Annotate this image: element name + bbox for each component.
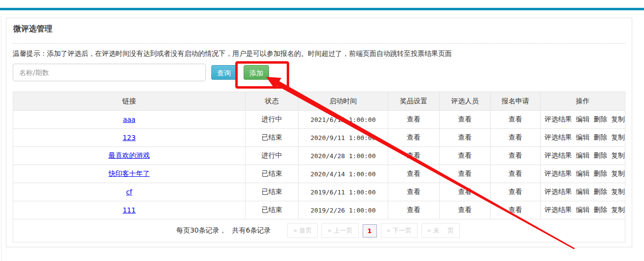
- action-copy-link[interactable]: 复制: [611, 169, 625, 177]
- row-link[interactable]: 123: [123, 134, 136, 142]
- action-copy-link[interactable]: 复制: [611, 133, 625, 141]
- column-header-judges: 评选人员: [440, 92, 491, 111]
- row-status: 已结束: [246, 129, 298, 147]
- action-copy-link[interactable]: 复制: [611, 188, 625, 195]
- view-prizes-link[interactable]: 查看: [407, 133, 421, 141]
- view-applications-link[interactable]: 查看: [509, 188, 522, 195]
- action-result-link[interactable]: 评选结果: [545, 133, 572, 141]
- pagination: 每页30条记录， 共有6条记录 » 首页 » 上一页 1 » 下一页 » 末 页: [15, 223, 623, 238]
- view-applications-link[interactable]: 查看: [509, 133, 522, 141]
- page-title: 微评选管理: [13, 24, 52, 34]
- row-status: 进行中: [246, 111, 298, 129]
- row-status: 已结束: [246, 201, 298, 219]
- view-prizes-link[interactable]: 查看: [407, 151, 421, 159]
- view-judges-link[interactable]: 查看: [458, 151, 472, 159]
- column-header-prizes: 奖品设置: [388, 92, 440, 111]
- column-header-status: 状态: [246, 92, 298, 111]
- action-delete-link[interactable]: 删除: [594, 133, 607, 141]
- query-button[interactable]: 查询: [211, 65, 237, 80]
- view-applications-link[interactable]: 查看: [509, 169, 522, 177]
- pagination-last-button[interactable]: » 末 页: [421, 223, 460, 238]
- view-prizes-link[interactable]: 查看: [407, 188, 421, 195]
- row-actions-cell: 评选结果编辑删除复制: [541, 183, 625, 201]
- row-start-time: 2020/9/11 1:00:00: [298, 129, 388, 147]
- row-status: 进行中: [246, 147, 298, 165]
- row-link[interactable]: cf: [126, 188, 132, 196]
- content-left-border: [1, 16, 1, 261]
- view-applications-link[interactable]: 查看: [509, 206, 522, 214]
- row-link[interactable]: aaa: [123, 116, 136, 123]
- column-header-actions: 操作: [541, 92, 625, 111]
- pagination-prev-button[interactable]: » 上一页: [322, 223, 358, 238]
- row-status: 已结束: [246, 165, 298, 183]
- pagination-row: 每页30条记录， 共有6条记录 » 首页 » 上一页 1 » 下一页 » 末 页: [13, 219, 625, 242]
- action-copy-link[interactable]: 复制: [611, 206, 625, 214]
- pagination-first-button[interactable]: » 首页: [287, 223, 318, 238]
- action-delete-link[interactable]: 删除: [594, 115, 607, 123]
- action-copy-link[interactable]: 复制: [611, 115, 625, 123]
- view-judges-link[interactable]: 查看: [458, 115, 472, 123]
- total-count-text: 共有6条记录: [232, 226, 271, 235]
- action-delete-link[interactable]: 删除: [594, 151, 607, 159]
- action-copy-link[interactable]: 复制: [611, 151, 625, 159]
- row-actions-cell: 评选结果编辑删除复制: [541, 201, 625, 219]
- add-button[interactable]: 添加: [244, 65, 269, 80]
- row-start-time: 2020/4/14 1:00:00: [298, 165, 388, 183]
- action-delete-link[interactable]: 删除: [594, 188, 607, 195]
- row-link[interactable]: 快印客十年了: [109, 169, 150, 177]
- view-applications-link[interactable]: 查看: [509, 151, 522, 159]
- row-status: 已结束: [246, 183, 298, 201]
- action-result-link[interactable]: 评选结果: [545, 151, 572, 159]
- action-edit-link[interactable]: 编辑: [576, 169, 590, 177]
- table-row: 111 已结束 2019/2/26 1:00:00 查看 查看 查看 评选结果编…: [13, 201, 625, 219]
- page: 微评选管理 温馨提示：添加了评选后，在评选时间没有达到或者没有启动的情况下，用户…: [0, 0, 644, 261]
- action-edit-link[interactable]: 编辑: [576, 188, 590, 195]
- column-header-applications: 报名申请: [491, 92, 541, 111]
- action-result-link[interactable]: 评选结果: [545, 188, 572, 195]
- table-row: 快印客十年了 已结束 2020/4/14 1:00:00 查看 查看 查看 评选…: [13, 165, 625, 183]
- action-result-link[interactable]: 评选结果: [545, 115, 572, 123]
- row-start-time: 2020/4/28 1:00:00: [298, 147, 388, 165]
- row-actions-cell: 评选结果编辑删除复制: [541, 129, 625, 147]
- action-result-link[interactable]: 评选结果: [545, 206, 572, 214]
- title-divider: [13, 43, 625, 44]
- table-body: aaa 进行中 2021/6/15 1:00:00 查看 查看 查看 评选结果编…: [13, 111, 625, 219]
- view-judges-link[interactable]: 查看: [458, 206, 472, 214]
- search-input[interactable]: [13, 64, 206, 81]
- view-prizes-link[interactable]: 查看: [407, 169, 421, 177]
- view-judges-link[interactable]: 查看: [458, 188, 472, 195]
- view-judges-link[interactable]: 查看: [458, 169, 472, 177]
- action-result-link[interactable]: 评选结果: [545, 169, 572, 177]
- top-accent-bar: [0, 8, 644, 10]
- view-applications-link[interactable]: 查看: [509, 115, 522, 123]
- row-actions-cell: 评选结果编辑删除复制: [541, 111, 625, 129]
- row-link[interactable]: 最喜欢的游戏: [109, 151, 150, 159]
- per-page-text: 每页30条记录，: [176, 226, 226, 235]
- row-start-time: 2021/6/15 1:00:00: [298, 111, 388, 129]
- row-link[interactable]: 111: [123, 206, 136, 214]
- row-start-time: 2019/2/26 1:00:00: [298, 201, 388, 219]
- table-row: 最喜欢的游戏 进行中 2020/4/28 1:00:00 查看 查看 查看 评选…: [13, 147, 625, 165]
- action-edit-link[interactable]: 编辑: [576, 133, 590, 141]
- action-delete-link[interactable]: 删除: [594, 169, 607, 177]
- table-row: 123 已结束 2020/9/11 1:00:00 查看 查看 查看 评选结果编…: [13, 129, 625, 147]
- table-row: cf 已结束 2019/6/11 1:00:00 查看 查看 查看 评选结果编辑…: [13, 183, 625, 201]
- pagination-next-button[interactable]: » 下一页: [381, 223, 418, 238]
- view-judges-link[interactable]: 查看: [458, 133, 472, 141]
- row-actions-cell: 评选结果编辑删除复制: [541, 165, 625, 183]
- row-start-time: 2019/6/11 1:00:00: [298, 183, 388, 201]
- table-row: aaa 进行中 2021/6/15 1:00:00 查看 查看 查看 评选结果编…: [13, 111, 625, 129]
- pagination-current-page[interactable]: 1: [363, 224, 377, 237]
- row-actions-cell: 评选结果编辑删除复制: [541, 147, 625, 165]
- view-prizes-link[interactable]: 查看: [407, 206, 421, 214]
- campaign-table: 链接 状态 启动时间 奖品设置 评选人员 报名申请 操作 aaa 进行中 202…: [13, 92, 625, 242]
- table-header-row: 链接 状态 启动时间 奖品设置 评选人员 报名申请 操作: [13, 92, 625, 111]
- action-edit-link[interactable]: 编辑: [576, 206, 590, 214]
- column-header-start-time: 启动时间: [298, 92, 388, 111]
- action-edit-link[interactable]: 编辑: [576, 151, 590, 159]
- view-prizes-link[interactable]: 查看: [407, 115, 421, 123]
- action-delete-link[interactable]: 删除: [594, 206, 607, 214]
- hint-text: 温馨提示：添加了评选后，在评选时间没有达到或者没有启动的情况下，用户是可以参加报…: [13, 49, 452, 58]
- action-edit-link[interactable]: 编辑: [576, 115, 590, 123]
- micro-vote-management-panel: 微评选管理 温馨提示：添加了评选后，在评选时间没有达到或者没有启动的情况下，用户…: [6, 18, 632, 247]
